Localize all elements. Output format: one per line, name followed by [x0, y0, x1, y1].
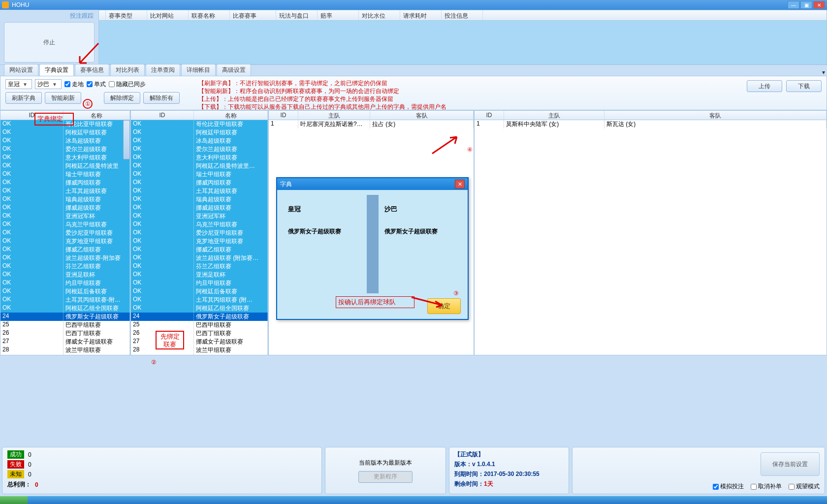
match-grid-2-body[interactable]: 1莫斯科中央陆军 (女)斯瓦达 (女): [474, 120, 827, 355]
table-row[interactable]: OK挪威乙组联赛: [131, 246, 268, 254]
table-row[interactable]: 1莫斯科中央陆军 (女)斯瓦达 (女): [475, 120, 827, 128]
cb-zoudi[interactable]: 走地: [64, 80, 84, 89]
tabs-overflow-icon[interactable]: ▾: [820, 69, 827, 76]
cb-observe[interactable]: 观望模式: [789, 482, 820, 491]
table-row[interactable]: 24俄罗斯女子超级联赛: [131, 313, 268, 321]
table-row[interactable]: OK约旦甲组联赛: [131, 279, 268, 287]
table-row[interactable]: 28波兰甲组联赛: [131, 346, 268, 354]
cb-cancel-supp[interactable]: 取消补单: [751, 482, 782, 491]
table-row[interactable]: OK克罗地亚甲组联赛: [0, 237, 130, 246]
table-row[interactable]: OK阿根廷后备联赛: [131, 287, 268, 296]
stop-button[interactable]: 停止: [4, 22, 95, 63]
table-row[interactable]: OK亚洲足联杯: [0, 271, 130, 279]
table-row[interactable]: 27挪威女子超级联赛: [131, 338, 268, 346]
table-row[interactable]: OK瑞士甲组联赛: [131, 170, 268, 179]
table-row[interactable]: OK意大利甲组联赛: [131, 154, 268, 162]
download-button[interactable]: 下载: [786, 80, 822, 92]
table-row[interactable]: 25巴西甲组联赛: [0, 321, 130, 329]
table-row[interactable]: OK哥伦比亚甲组联赛: [131, 120, 268, 128]
tab-match-info[interactable]: 赛事信息: [75, 64, 109, 76]
table-row[interactable]: OK瑞士甲组联赛: [0, 170, 130, 179]
table-row[interactable]: OK土耳其丙组联赛-附…: [0, 296, 130, 304]
league-grid-1-body[interactable]: OK哥伦比亚甲组联赛OK阿根廷甲组联赛OK冰岛超级联赛OK爱尔兰超级联赛OK意大…: [0, 120, 130, 355]
table-row[interactable]: OK土耳其超级联赛: [0, 187, 130, 195]
table-row[interactable]: OK亚洲冠军杯: [0, 212, 130, 220]
table-row[interactable]: OK挪威丙组联赛: [0, 179, 130, 187]
table-row[interactable]: OK土耳其超级联赛: [131, 187, 268, 195]
table-row[interactable]: OK波兰超级联赛-附加赛: [0, 254, 130, 262]
table-row[interactable]: OK挪威乙组联赛: [0, 246, 130, 254]
table-row[interactable]: 29芬兰甲组联赛: [131, 354, 268, 355]
table-row[interactable]: OK亚洲足联杯: [131, 271, 268, 279]
taskbar[interactable]: [0, 496, 827, 504]
table-row[interactable]: OK乌克兰甲组联赛: [131, 220, 268, 229]
table-row[interactable]: OK爱沙尼亚甲组联赛: [131, 229, 268, 237]
update-button[interactable]: 更新程序: [358, 471, 413, 483]
table-row[interactable]: 29芬兰甲组联赛: [0, 354, 130, 355]
refresh-dict-button[interactable]: 刷新字典: [5, 92, 42, 104]
table-row[interactable]: OK克罗地亚甲组联赛: [131, 237, 268, 246]
table-row[interactable]: OK挪威超级联赛: [131, 204, 268, 212]
table-row[interactable]: OK冰岛超级联赛: [0, 137, 130, 145]
table-row[interactable]: OK爱尔兰超级联赛: [0, 145, 130, 154]
top-section: 投注跟踪 停止 赛事类型 比对网站 联赛名称 比赛赛事 玩法与盘口 赔率 对比水…: [0, 10, 827, 65]
table-row[interactable]: OK挪威丙组联赛: [131, 179, 268, 187]
table-row[interactable]: OK阿根廷后备联赛: [0, 287, 130, 296]
table-row[interactable]: 26巴西丁组联赛: [0, 329, 130, 338]
table-row[interactable]: OK阿根廷乙组曼特波里…: [131, 162, 268, 170]
maximize-button[interactable]: ▣: [800, 1, 812, 9]
table-row[interactable]: OK阿根廷甲组联赛: [131, 128, 268, 137]
app-title: HOHU: [12, 1, 29, 8]
table-row[interactable]: 26巴西丁组联赛: [131, 329, 268, 338]
help-text: 【刷新字典】：不进行智能识别赛事，需手动绑定，之前已绑定的仍保留 【智能刷新】：…: [198, 79, 446, 107]
table-row[interactable]: OK爱尔兰超级联赛: [131, 145, 268, 154]
cb-danshi[interactable]: 单式: [87, 80, 106, 89]
table-row[interactable]: OK约旦甲组联赛: [0, 279, 130, 287]
table-row[interactable]: OK阿根廷甲组联赛: [0, 128, 130, 137]
save-settings-button[interactable]: 保存当前设置: [761, 452, 820, 476]
tab-bet-review[interactable]: 注单查阅: [146, 64, 180, 76]
table-row[interactable]: 1叶尼塞河克拉斯诺雅?…拉占 (女): [269, 120, 474, 128]
table-row[interactable]: OK瑞典超级联赛: [131, 195, 268, 204]
table-row[interactable]: OK乌克兰甲组联赛: [0, 220, 130, 229]
table-row[interactable]: OK阿根廷乙组全国联赛: [131, 304, 268, 313]
table-row[interactable]: OK瑞典超级联赛: [0, 195, 130, 204]
table-row[interactable]: 25巴西甲组联赛: [131, 321, 268, 329]
cb-simulate[interactable]: 模拟投注: [713, 482, 744, 491]
tab-advanced[interactable]: 高级设置: [217, 64, 251, 76]
table-row[interactable]: 24俄罗斯女子超级联赛: [0, 313, 130, 321]
table-row[interactable]: OK芬兰乙组联赛: [0, 262, 130, 271]
tab-compare-list[interactable]: 对比列表: [110, 64, 145, 76]
table-row[interactable]: OK土耳其丙组联赛 (附…: [131, 296, 268, 304]
close-button[interactable]: ✕: [813, 1, 825, 9]
table-row[interactable]: OK阿根廷乙组曼特波里: [0, 162, 130, 170]
upload-button[interactable]: 上传: [747, 80, 782, 92]
league-grid-2-body[interactable]: OK哥伦比亚甲组联赛OK阿根廷甲组联赛OK冰岛超级联赛OK爱尔兰超级联赛OK意大…: [130, 120, 268, 355]
tab-detail-account[interactable]: 详细帐目: [181, 64, 216, 76]
table-row[interactable]: OK波兰超级联赛 (附加赛…: [131, 254, 268, 262]
dialog-ok-button[interactable]: 确定: [427, 298, 461, 314]
site1-select[interactable]: 皇冠▼: [5, 79, 32, 89]
table-row[interactable]: OK芬兰乙组联赛: [131, 262, 268, 271]
smart-refresh-button[interactable]: 智能刷新: [45, 92, 81, 104]
table-row[interactable]: OK意大利甲组联赛: [0, 154, 130, 162]
start-button[interactable]: [0, 496, 28, 504]
table-row[interactable]: OK冰岛超级联赛: [131, 137, 268, 145]
site2-select[interactable]: 沙巴▼: [35, 79, 62, 89]
annotation-step-2: ②: [149, 357, 159, 367]
table-row[interactable]: 27挪威女子超级联赛: [0, 338, 130, 346]
tab-dict-settings[interactable]: 字典设置: [39, 64, 74, 76]
table-row[interactable]: OK挪威超级联赛: [0, 204, 130, 212]
table-row[interactable]: OK亚洲冠军杯: [131, 212, 268, 220]
dialog-close-button[interactable]: ✕: [455, 180, 465, 189]
scrollbar-thumb[interactable]: [123, 120, 130, 159]
unbind-button[interactable]: 解除绑定: [104, 92, 140, 104]
table-row[interactable]: OK哥伦比亚甲组联赛: [0, 120, 130, 128]
cb-hide-synced[interactable]: 隐藏已同步: [109, 80, 146, 89]
minimize-button[interactable]: —: [788, 1, 799, 9]
table-row[interactable]: 28波兰甲组联赛: [0, 346, 130, 354]
tab-site-settings[interactable]: 网站设置: [4, 64, 38, 76]
unbind-all-button[interactable]: 解除所有: [143, 92, 180, 104]
table-row[interactable]: OK阿根廷乙组全国联赛: [0, 304, 130, 313]
table-row[interactable]: OK爱沙尼亚甲组联赛: [0, 229, 130, 237]
